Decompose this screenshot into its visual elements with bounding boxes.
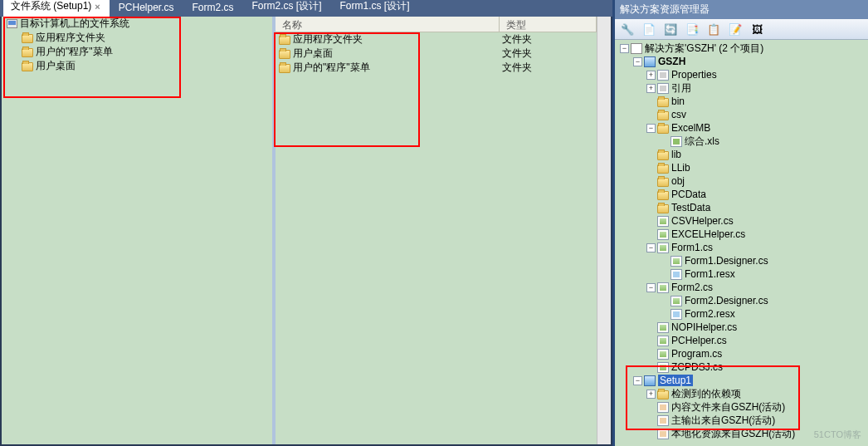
solution-node[interactable]: +检测到的依赖项 [615, 387, 868, 400]
tree-node-desktop[interactable]: 用户桌面 [2, 59, 272, 73]
tab-label: Form2.cs [设计] [252, 0, 322, 13]
node-label: lib [671, 149, 681, 160]
tree-node-appfolder[interactable]: 应用程序文件夹 [2, 31, 272, 45]
tab-form2-design[interactable]: Form2.cs [设计] [245, 0, 331, 17]
list-item[interactable]: 应用程序文件夹 文件夹 [276, 32, 597, 47]
show-all-icon[interactable]: 📄 [640, 21, 658, 37]
csharp-file-icon [671, 296, 682, 306]
solution-node[interactable]: EXCELHelper.cs [615, 228, 868, 241]
view-designer-icon[interactable]: 🖼 [748, 21, 766, 37]
solution-node[interactable]: 主输出来自GSZH(活动) [615, 414, 868, 427]
solution-node[interactable]: −解决方案'GSZH' (2 个项目) [615, 42, 868, 55]
node-label: Form2.resx [685, 308, 735, 320]
node-label: 内容文件来自GSZH(活动) [671, 400, 785, 414]
expander-icon[interactable]: − [633, 57, 642, 66]
node-label: Form2.cs [671, 282, 713, 293]
expander-icon[interactable]: + [646, 84, 656, 93]
expander-icon[interactable]: − [620, 44, 629, 53]
solution-node[interactable]: Form2.resx [615, 307, 868, 321]
node-label: LLib [671, 162, 690, 174]
solution-node[interactable]: Program.cs [615, 347, 868, 360]
solution-tree[interactable]: −解决方案'GSZH' (2 个项目)−GSZH+Properties+引用bi… [615, 40, 868, 446]
solution-node[interactable]: csv [615, 108, 868, 121]
csharp-file-icon [657, 216, 669, 227]
config-icon [657, 70, 669, 81]
folder-icon [657, 111, 669, 120]
expander-icon[interactable]: − [646, 124, 656, 133]
node-label: EXCELHelper.cs [671, 228, 745, 240]
folder-icon [657, 125, 669, 134]
node-label: Form1.cs [671, 242, 713, 253]
solution-node[interactable]: PCData [615, 188, 868, 201]
view-code-icon[interactable]: 📝 [726, 21, 744, 37]
list-header[interactable]: 名称 类型 [276, 17, 597, 32]
tree-node-programs-menu[interactable]: 用户的"程序"菜单 [2, 45, 272, 59]
node-label: GSZH [658, 56, 685, 67]
column-type[interactable]: 类型 [500, 17, 597, 32]
csharp-file-icon [657, 362, 669, 373]
solution-node[interactable]: −ExcelMB [615, 121, 868, 135]
solution-node[interactable]: −GSZH [615, 55, 868, 68]
expander-icon[interactable]: − [633, 376, 642, 385]
list-item[interactable]: 用户的"程序"菜单 文件夹 [276, 61, 597, 75]
column-name[interactable]: 名称 [276, 17, 500, 32]
expander-icon[interactable]: − [646, 283, 656, 292]
solution-explorer-title: 解决方案资源管理器 [615, 0, 868, 19]
expander-icon[interactable]: + [646, 390, 656, 399]
folder-icon [22, 62, 33, 71]
node-label: bin [671, 96, 685, 107]
solution-node[interactable]: obj [615, 174, 868, 188]
solution-node[interactable]: Form1.resx [615, 267, 868, 281]
solution-node[interactable]: CSVHelper.cs [615, 214, 868, 228]
solution-node[interactable]: −Form1.cs [615, 241, 868, 254]
csharp-file-icon [657, 349, 669, 360]
node-label: 主输出来自GSZH(活动) [671, 414, 775, 428]
node-label: obj [671, 175, 685, 187]
csharp-file-icon [671, 256, 682, 267]
nest-icon[interactable]: 📑 [683, 21, 701, 37]
project-icon [644, 56, 656, 67]
solution-node[interactable]: ZCPDSJ.cs [615, 360, 868, 374]
list-item[interactable]: 用户桌面 文件夹 [276, 47, 597, 61]
scrollbar[interactable] [597, 17, 611, 444]
node-label: PCData [671, 189, 706, 200]
tab-form1-design[interactable]: Form1.cs [设计] [333, 0, 419, 17]
expander-icon[interactable]: − [646, 243, 656, 252]
filesystem-tree[interactable]: 目标计算机上的文件系统 应用程序文件夹 用户的"程序"菜单 用户桌面 [2, 17, 276, 444]
solution-node[interactable]: TestData [615, 201, 868, 214]
solution-node[interactable]: 内容文件来自GSZH(活动) [615, 400, 868, 414]
excel-file-icon [671, 136, 682, 147]
solution-node[interactable]: −Form2.cs [615, 281, 868, 294]
solution-node[interactable]: +Properties [615, 68, 868, 81]
node-label: NOPIHelper.cs [671, 321, 737, 333]
solution-node[interactable]: Form2.Designer.cs [615, 294, 868, 307]
solution-node[interactable]: bin [615, 95, 868, 108]
properties-icon[interactable]: 🔧 [618, 21, 636, 37]
refresh-icon[interactable]: 🔄 [661, 21, 680, 37]
folder-icon [657, 151, 669, 160]
node-label: 解决方案'GSZH' (2 个项目) [645, 42, 763, 56]
solution-node[interactable]: PCHelper.cs [615, 334, 868, 347]
tab-pchelper[interactable]: PCHelper.cs [111, 0, 183, 17]
expander-icon[interactable]: + [646, 71, 656, 80]
tree-root[interactable]: 目标计算机上的文件系统 [2, 17, 272, 31]
solution-node[interactable]: lib [615, 148, 868, 161]
csharp-file-icon [657, 243, 669, 253]
solution-node[interactable]: Form1.Designer.cs [615, 254, 868, 267]
row-name: 用户的"程序"菜单 [293, 61, 502, 75]
tab-form2-cs[interactable]: Form2.cs [185, 0, 243, 17]
solution-node[interactable]: −Setup1 [615, 374, 868, 387]
solution-node[interactable]: LLib [615, 161, 868, 174]
node-label: TestData [671, 202, 710, 213]
node-label: 用户桌面 [36, 59, 76, 73]
tab-file-system[interactable]: 文件系统 (Setup1)× [3, 0, 110, 17]
node-label: 综合.xls [685, 135, 719, 149]
solution-node[interactable]: +引用 [615, 81, 868, 95]
config-icon [657, 83, 669, 94]
solution-node[interactable]: NOPIHelper.cs [615, 321, 868, 334]
copy-icon[interactable]: 📋 [705, 21, 723, 37]
node-label: Form2.Designer.cs [685, 295, 768, 306]
folder-icon [657, 204, 669, 213]
solution-node[interactable]: 综合.xls [615, 135, 868, 148]
close-icon[interactable]: × [95, 2, 100, 12]
